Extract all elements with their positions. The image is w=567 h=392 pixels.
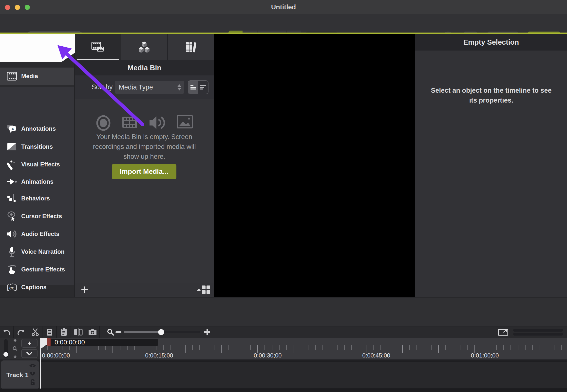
animation-arrow-icon	[6, 176, 17, 187]
playhead-line[interactable]	[40, 338, 41, 389]
sidebar-item-label: Captions	[21, 284, 47, 291]
paste-icon	[60, 328, 67, 337]
add-track-button[interactable]: +	[21, 339, 38, 348]
timeline-zoom-out-button[interactable]	[113, 326, 123, 338]
screenshot-button[interactable]	[86, 326, 100, 338]
minus-icon	[115, 331, 121, 333]
sidebar-item-captions[interactable]: CC Captions	[0, 278, 74, 296]
add-media-button[interactable]	[79, 284, 90, 295]
camera-icon	[88, 328, 97, 336]
redo-button[interactable]	[14, 326, 28, 338]
sort-ascending-icon	[190, 85, 196, 90]
sort-descending-icon	[200, 85, 206, 90]
sidebar-item-gesture-effects[interactable]: Gesture Effects	[0, 261, 74, 278]
sidebar-item-voice-narration[interactable]: Voice Narration	[0, 243, 74, 261]
magnet-icon[interactable]	[29, 370, 36, 377]
copy-button[interactable]	[43, 326, 57, 338]
sort-ascending-button[interactable]	[188, 81, 198, 94]
sidebar-item-label: Behaviors	[21, 195, 50, 202]
split-button[interactable]	[72, 326, 85, 338]
timeline: 0:00:00;00 0:00:15;00 0:00:30;00 0:00:45…	[0, 338, 567, 392]
preview-canvas[interactable]	[214, 34, 415, 297]
undo-button[interactable]	[0, 326, 14, 338]
collapse-tracks-button[interactable]	[21, 349, 38, 358]
titlebar: Untitled	[0, 0, 567, 14]
paste-button[interactable]	[57, 326, 71, 338]
sidebar-item-transitions[interactable]: Transitions	[0, 138, 74, 156]
redo-icon	[17, 328, 25, 336]
sidebar-item-audio-effects[interactable]: Audio Effects	[0, 225, 74, 243]
sort-descending-button[interactable]	[198, 81, 208, 94]
sidebar-item-label: Voice Narration	[21, 248, 65, 255]
sidebar-item-label: Audio Effects	[21, 231, 59, 237]
sort-by-value: Media Type	[119, 84, 153, 91]
timeline-hscrollbar-bottom[interactable]	[513, 333, 563, 336]
cut-button[interactable]	[29, 326, 42, 338]
timeline-zoom-slider-fill	[124, 331, 161, 333]
annotation-bubble-icon: a	[6, 123, 17, 134]
sort-by-dropdown[interactable]: Media Type	[115, 81, 184, 94]
sidebar-item-animations[interactable]: Animations	[0, 173, 74, 191]
magnifier-small-icon	[13, 346, 18, 351]
media-bin-bottom-bar	[75, 283, 214, 296]
playhead-time-label: 0:00:00;00	[55, 339, 85, 346]
sidebar-item-label: Visual Effects	[21, 161, 60, 168]
sidebar-item-label: Media	[21, 73, 38, 80]
sidebar-item-media[interactable]: Media	[0, 68, 74, 85]
ruler-label: 0:01:00;00	[471, 352, 499, 359]
chevron-down-icon	[26, 352, 32, 355]
empty-state-message: Your Media Bin is empty. Screen recordin…	[90, 132, 199, 161]
track-controls	[28, 362, 38, 387]
import-media-button[interactable]: Import Media...	[112, 164, 176, 179]
arrow-up-icon[interactable]	[13, 339, 17, 342]
view-mode-button[interactable]	[196, 285, 210, 295]
scissors-icon	[31, 328, 39, 336]
timeline-zoom-slider-thumb[interactable]	[158, 329, 164, 335]
eye-icon[interactable]	[29, 363, 36, 368]
timeline-gutter: +	[0, 338, 39, 359]
sidebar-item-visual-effects[interactable]: Visual Effects	[0, 156, 74, 173]
sidebar-item-cursor-effects[interactable]: Cursor Effects	[0, 207, 74, 225]
captions-icon: CC	[6, 282, 17, 293]
stepper-arrows-icon	[177, 84, 181, 90]
annotation-highlight-box	[0, 34, 75, 62]
sidebar-item-label: Annotations	[21, 125, 56, 132]
main-region: Media a Annotations	[0, 34, 567, 297]
ruler-label: 0:00:45;00	[362, 352, 390, 359]
sidebar-item-label: Gesture Effects	[21, 266, 65, 273]
lock-open-icon[interactable]	[30, 379, 36, 386]
tab-elements[interactable]	[121, 34, 168, 60]
track-1-header[interactable]: Track 1	[1, 360, 39, 389]
sidebar: Media a Annotations	[0, 34, 75, 297]
svg-text:a: a	[12, 126, 14, 130]
cursor-effects-icon	[6, 211, 17, 222]
film-strip-icon	[6, 71, 17, 82]
ruler-label: 0:00:00;00	[42, 352, 70, 359]
media-bin-title: Media Bin	[75, 60, 214, 75]
sidebar-item-annotations[interactable]: a Annotations	[0, 120, 74, 138]
empty-state-icons	[75, 115, 214, 131]
tab-media-bin[interactable]	[75, 34, 121, 60]
sidebar-item-label: Cursor Effects	[21, 213, 62, 220]
sidebar-item-label: Animations	[21, 178, 54, 185]
ruler-label: 0:00:15;00	[145, 352, 173, 359]
playhead-grip[interactable]	[47, 338, 51, 346]
track-1-lane[interactable]	[40, 361, 567, 389]
sort-direction-toggle	[188, 80, 208, 94]
timeline-hscrollbar-top[interactable]	[513, 329, 563, 332]
timeline-zoom-in-button[interactable]	[202, 326, 213, 338]
behaviors-blocks-icon	[6, 193, 17, 204]
gutter-zoom-column	[12, 339, 18, 358]
timeline-toolbar	[0, 326, 567, 338]
tab-library[interactable]	[168, 34, 214, 60]
detach-timeline-button[interactable]	[498, 328, 508, 336]
copy-icon	[46, 328, 53, 336]
view-mode-caret-icon	[197, 288, 201, 291]
library-books-icon	[185, 41, 197, 53]
grid-view-icon	[202, 285, 210, 294]
sidebar-item-behaviors[interactable]: Behaviors	[0, 190, 74, 207]
properties-panel-title: Empty Selection	[415, 34, 567, 51]
speaker-icon	[6, 229, 17, 239]
arrow-down-icon[interactable]	[13, 356, 17, 358]
track-height-slider-thumb[interactable]	[3, 352, 8, 357]
